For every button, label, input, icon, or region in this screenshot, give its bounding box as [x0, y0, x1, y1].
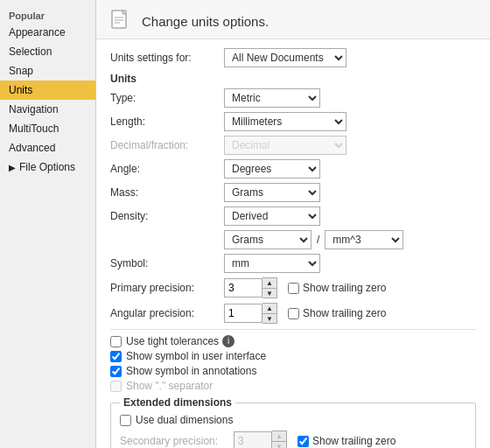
type-dropdown[interactable]: Metric Imperial — [224, 88, 320, 108]
symbol-row: Symbol: mm cm in — [110, 254, 476, 273]
show-symbol-ui-checkbox[interactable] — [110, 351, 122, 362]
primary-precision-label: Primary precision: — [110, 282, 224, 294]
secondary-precision-control: ▲ ▼ Show trailing zero — [234, 430, 396, 448]
main-header-title: Change units options. — [142, 14, 269, 29]
length-dropdown[interactable]: Millimeters Centimeters Inches — [224, 112, 346, 131]
sidebar-item-selection[interactable]: Selection — [0, 42, 95, 61]
density-row: Density: Derived Custom — [110, 206, 476, 226]
density-slash: / — [317, 234, 319, 246]
secondary-trailing-zero-checkbox[interactable] — [298, 436, 309, 447]
sidebar-item-advanced[interactable]: Advanced — [0, 138, 95, 158]
secondary-trailing-zero-check: Show trailing zero — [298, 435, 396, 447]
secondary-precision-stepper-btns: ▲ ▼ — [272, 430, 287, 448]
primary-trailing-zero-label: Show trailing zero — [303, 282, 386, 294]
type-row: Type: Metric Imperial — [110, 88, 476, 108]
angular-trailing-zero-check: Show trailing zero — [288, 307, 386, 319]
angular-precision-stepper-btns: ▲ ▼ — [262, 303, 277, 324]
angular-precision-stepper: ▲ ▼ — [224, 303, 277, 324]
density-denominator-dropdown[interactable]: mm^3 cm^3 — [325, 230, 403, 249]
decimal-fraction-row: Decimal/fraction: Decimal — [110, 136, 476, 155]
primary-precision-control: ▲ ▼ Show trailing zero — [224, 277, 386, 298]
units-settings-label: Units settings for: — [110, 52, 224, 64]
primary-trailing-zero-checkbox[interactable] — [288, 283, 299, 294]
primary-precision-down-btn[interactable]: ▼ — [262, 288, 276, 298]
sidebar-item-multitouch[interactable]: MultiTouch — [0, 119, 95, 138]
angular-trailing-zero-checkbox[interactable] — [288, 308, 299, 319]
sidebar-item-file-options[interactable]: ▶ File Options — [0, 158, 95, 177]
angle-label: Angle: — [110, 163, 224, 175]
density-dropdown[interactable]: Derived Custom — [224, 206, 320, 226]
use-dual-checkbox[interactable] — [120, 415, 131, 426]
main-panel: Change units options. Units settings for… — [96, 0, 490, 448]
sidebar-item-units[interactable]: Units — [0, 80, 95, 100]
secondary-trailing-zero-label: Show trailing zero — [312, 435, 396, 447]
show-symbol-annotations-checkbox[interactable] — [110, 366, 122, 377]
secondary-precision-label: Secondary precision: — [120, 435, 234, 447]
angle-row: Angle: Degrees Radians — [110, 159, 476, 178]
length-row: Length: Millimeters Centimeters Inches — [110, 112, 476, 131]
sidebar-item-navigation[interactable]: Navigation — [0, 100, 95, 119]
symbol-dropdown[interactable]: mm cm in — [224, 254, 320, 273]
mass-label: Mass: — [110, 186, 224, 199]
sidebar-group-label: Popular — [0, 7, 95, 23]
primary-trailing-zero-check: Show trailing zero — [288, 282, 386, 294]
primary-precision-stepper: ▲ ▼ — [224, 277, 277, 298]
content-area: Units settings for: All New Documents Cu… — [96, 39, 490, 448]
angular-precision-control: ▲ ▼ Show trailing zero — [224, 303, 386, 324]
decimal-fraction-dropdown[interactable]: Decimal — [224, 136, 346, 155]
primary-precision-up-btn[interactable]: ▲ — [262, 278, 276, 288]
angular-precision-input[interactable] — [224, 304, 262, 323]
density-numerator-dropdown[interactable]: Grams Kilograms — [224, 230, 312, 249]
file-options-arrow-icon: ▶ — [9, 163, 16, 172]
use-dual-label: Use dual dimensions — [136, 414, 233, 426]
show-separator-checkbox[interactable] — [110, 381, 122, 392]
density-label: Density: — [110, 210, 224, 222]
tight-tolerances-info-icon[interactable]: i — [222, 335, 234, 347]
units-section-label: Units — [110, 73, 476, 85]
show-symbol-annotations-row: Show symbol in annotations — [110, 365, 476, 377]
sidebar-item-appearance[interactable]: Appearance — [0, 23, 95, 42]
length-label: Length: — [110, 116, 224, 128]
angular-precision-down-btn[interactable]: ▼ — [262, 313, 276, 323]
show-symbol-ui-row: Show symbol in user interface — [110, 350, 476, 362]
secondary-precision-down-btn[interactable]: ▼ — [272, 441, 286, 448]
show-separator-label: Show "." separator — [126, 380, 213, 392]
tight-tolerances-label: Use tight tolerances — [126, 335, 219, 347]
mass-row: Mass: Grams Kilograms Pounds — [110, 183, 476, 202]
angle-dropdown[interactable]: Degrees Radians — [224, 159, 320, 178]
angular-trailing-zero-label: Show trailing zero — [303, 307, 386, 319]
sidebar-item-snap[interactable]: Snap — [0, 61, 95, 80]
tight-tolerances-row: Use tight tolerances i — [110, 335, 476, 347]
density-sub-row: Grams Kilograms / mm^3 cm^3 — [110, 230, 476, 249]
main-header: Change units options. — [96, 0, 490, 39]
units-settings-dropdown[interactable]: All New Documents Current Document — [224, 48, 346, 67]
primary-precision-stepper-btns: ▲ ▼ — [262, 277, 277, 298]
extended-dimensions-title: Extended dimensions — [120, 396, 235, 409]
ext-section-border: Extended dimensions Use dual dimensions … — [110, 402, 476, 448]
secondary-precision-stepper: ▲ ▼ — [234, 430, 287, 448]
primary-precision-row: Primary precision: ▲ ▼ Show trailing zer… — [110, 277, 476, 298]
type-label: Type: — [110, 92, 224, 104]
angular-precision-row: Angular precision: ▲ ▼ Show trailing zer… — [110, 303, 476, 324]
extended-dimensions-section: Extended dimensions Use dual dimensions … — [110, 402, 476, 448]
mass-dropdown[interactable]: Grams Kilograms Pounds — [224, 183, 320, 202]
units-settings-row: Units settings for: All New Documents Cu… — [110, 48, 476, 67]
secondary-precision-up-btn[interactable]: ▲ — [272, 431, 286, 441]
show-symbol-ui-label: Show symbol in user interface — [126, 350, 266, 362]
secondary-precision-input[interactable] — [234, 431, 272, 448]
angular-precision-up-btn[interactable]: ▲ — [262, 304, 276, 313]
show-separator-row: Show "." separator — [110, 380, 476, 392]
document-icon — [108, 9, 133, 33]
decimal-fraction-label: Decimal/fraction: — [110, 139, 224, 151]
symbol-label: Symbol: — [110, 257, 224, 270]
primary-precision-input[interactable] — [224, 278, 262, 298]
angular-precision-label: Angular precision: — [110, 307, 224, 319]
sidebar: Popular Appearance Selection Snap Units … — [0, 0, 96, 448]
use-dual-row: Use dual dimensions — [120, 414, 466, 426]
show-symbol-annotations-label: Show symbol in annotations — [126, 365, 256, 377]
secondary-precision-row: Secondary precision: ▲ ▼ Show trailing z… — [120, 430, 466, 448]
tight-tolerances-checkbox[interactable] — [110, 336, 122, 347]
